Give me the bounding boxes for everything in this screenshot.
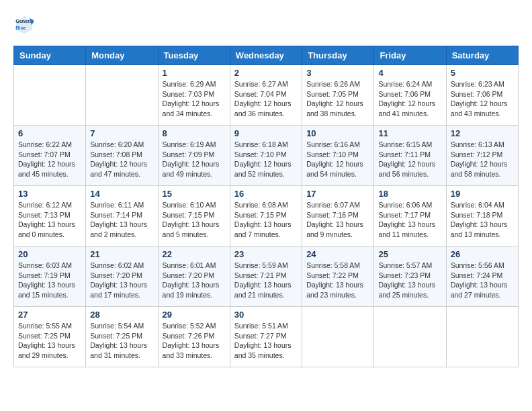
day-info: Sunrise: 5:54 AM Sunset: 7:25 PM Dayligh… <box>90 321 153 361</box>
day-info: Sunrise: 5:56 AM Sunset: 7:24 PM Dayligh… <box>451 261 514 300</box>
day-info: Sunrise: 6:22 AM Sunset: 7:07 PM Dayligh… <box>18 140 81 179</box>
day-cell: 23Sunrise: 5:59 AM Sunset: 7:21 PM Dayli… <box>230 246 302 307</box>
day-info: Sunrise: 6:12 AM Sunset: 7:13 PM Dayligh… <box>18 200 81 240</box>
day-cell: 17Sunrise: 6:07 AM Sunset: 7:16 PM Dayli… <box>302 186 374 246</box>
day-number: 8 <box>163 128 226 138</box>
week-row-5: 27Sunrise: 5:55 AM Sunset: 7:25 PM Dayli… <box>14 307 519 367</box>
weekday-header-friday: Friday <box>374 46 446 65</box>
weekday-header-sunday: Sunday <box>14 46 86 65</box>
day-cell: 10Sunrise: 6:16 AM Sunset: 7:10 PM Dayli… <box>302 126 374 186</box>
day-number: 15 <box>163 189 226 199</box>
day-cell: 24Sunrise: 5:58 AM Sunset: 7:22 PM Dayli… <box>302 246 374 307</box>
day-info: Sunrise: 6:01 AM Sunset: 7:20 PM Dayligh… <box>163 261 226 300</box>
day-number: 28 <box>90 310 153 320</box>
day-number: 11 <box>378 128 441 138</box>
day-number: 29 <box>163 310 226 320</box>
day-number: 20 <box>18 249 81 259</box>
day-cell <box>374 307 446 367</box>
day-number: 24 <box>306 249 369 259</box>
day-info: Sunrise: 6:26 AM Sunset: 7:05 PM Dayligh… <box>306 79 369 119</box>
day-cell: 26Sunrise: 5:56 AM Sunset: 7:24 PM Dayli… <box>446 246 518 307</box>
day-cell <box>86 65 158 126</box>
day-cell: 28Sunrise: 5:54 AM Sunset: 7:25 PM Dayli… <box>86 307 158 367</box>
day-info: Sunrise: 6:10 AM Sunset: 7:15 PM Dayligh… <box>163 200 226 240</box>
weekday-header-tuesday: Tuesday <box>158 46 230 65</box>
weekday-header-wednesday: Wednesday <box>230 46 302 65</box>
day-number: 19 <box>451 189 514 199</box>
day-cell <box>446 307 518 367</box>
day-cell: 27Sunrise: 5:55 AM Sunset: 7:25 PM Dayli… <box>14 307 86 367</box>
week-row-1: 1Sunrise: 6:29 AM Sunset: 7:03 PM Daylig… <box>14 65 519 126</box>
calendar-table: SundayMondayTuesdayWednesdayThursdayFrid… <box>13 46 519 367</box>
day-cell: 13Sunrise: 6:12 AM Sunset: 7:13 PM Dayli… <box>14 186 86 246</box>
day-info: Sunrise: 6:29 AM Sunset: 7:03 PM Dayligh… <box>163 79 226 119</box>
day-cell: 21Sunrise: 6:02 AM Sunset: 7:20 PM Dayli… <box>86 246 158 307</box>
day-cell: 22Sunrise: 6:01 AM Sunset: 7:20 PM Dayli… <box>158 246 230 307</box>
day-number: 7 <box>90 128 153 138</box>
day-cell: 14Sunrise: 6:11 AM Sunset: 7:14 PM Dayli… <box>86 186 158 246</box>
day-number: 27 <box>18 310 81 320</box>
day-info: Sunrise: 5:51 AM Sunset: 7:27 PM Dayligh… <box>234 321 298 361</box>
day-info: Sunrise: 6:24 AM Sunset: 7:06 PM Dayligh… <box>378 79 441 119</box>
day-number: 21 <box>90 249 153 259</box>
day-number: 30 <box>234 310 298 320</box>
week-row-3: 13Sunrise: 6:12 AM Sunset: 7:13 PM Dayli… <box>14 186 519 246</box>
day-cell: 15Sunrise: 6:10 AM Sunset: 7:15 PM Dayli… <box>158 186 230 246</box>
day-cell: 25Sunrise: 5:57 AM Sunset: 7:23 PM Dayli… <box>374 246 446 307</box>
day-cell: 1Sunrise: 6:29 AM Sunset: 7:03 PM Daylig… <box>158 65 230 126</box>
day-number: 23 <box>234 249 298 259</box>
day-cell: 16Sunrise: 6:08 AM Sunset: 7:15 PM Dayli… <box>230 186 302 246</box>
day-number: 5 <box>451 68 514 78</box>
day-cell: 29Sunrise: 5:52 AM Sunset: 7:26 PM Dayli… <box>158 307 230 367</box>
day-number: 6 <box>18 128 81 138</box>
day-cell: 30Sunrise: 5:51 AM Sunset: 7:27 PM Dayli… <box>230 307 302 367</box>
day-number: 13 <box>18 189 81 199</box>
day-info: Sunrise: 6:07 AM Sunset: 7:16 PM Dayligh… <box>306 200 369 240</box>
weekday-header-saturday: Saturday <box>446 46 518 65</box>
day-cell: 3Sunrise: 6:26 AM Sunset: 7:05 PM Daylig… <box>302 65 374 126</box>
day-number: 1 <box>163 68 226 78</box>
day-number: 26 <box>451 249 514 259</box>
day-cell: 9Sunrise: 6:18 AM Sunset: 7:10 PM Daylig… <box>230 126 302 186</box>
day-number: 12 <box>451 128 514 138</box>
day-info: Sunrise: 6:18 AM Sunset: 7:10 PM Dayligh… <box>234 140 298 179</box>
day-info: Sunrise: 6:06 AM Sunset: 7:17 PM Dayligh… <box>378 200 441 240</box>
day-info: Sunrise: 5:52 AM Sunset: 7:26 PM Dayligh… <box>163 321 226 361</box>
day-cell: 7Sunrise: 6:20 AM Sunset: 7:08 PM Daylig… <box>86 126 158 186</box>
day-number: 2 <box>234 68 298 78</box>
day-cell: 18Sunrise: 6:06 AM Sunset: 7:17 PM Dayli… <box>374 186 446 246</box>
day-number: 25 <box>378 249 441 259</box>
day-info: Sunrise: 6:02 AM Sunset: 7:20 PM Dayligh… <box>90 261 153 300</box>
day-cell: 5Sunrise: 6:23 AM Sunset: 7:06 PM Daylig… <box>446 65 518 126</box>
svg-text:Blue: Blue <box>15 25 26 31</box>
day-cell: 2Sunrise: 6:27 AM Sunset: 7:04 PM Daylig… <box>230 65 302 126</box>
day-number: 9 <box>234 128 298 138</box>
day-info: Sunrise: 6:20 AM Sunset: 7:08 PM Dayligh… <box>90 140 153 179</box>
day-info: Sunrise: 6:27 AM Sunset: 7:04 PM Dayligh… <box>234 79 298 119</box>
day-info: Sunrise: 6:11 AM Sunset: 7:14 PM Dayligh… <box>90 200 153 240</box>
day-number: 22 <box>163 249 226 259</box>
week-row-4: 20Sunrise: 6:03 AM Sunset: 7:19 PM Dayli… <box>14 246 519 307</box>
day-info: Sunrise: 6:23 AM Sunset: 7:06 PM Dayligh… <box>451 79 514 119</box>
day-cell: 19Sunrise: 6:04 AM Sunset: 7:18 PM Dayli… <box>446 186 518 246</box>
day-cell: 12Sunrise: 6:13 AM Sunset: 7:12 PM Dayli… <box>446 126 518 186</box>
day-number: 3 <box>306 68 369 78</box>
day-info: Sunrise: 5:57 AM Sunset: 7:23 PM Dayligh… <box>378 261 441 300</box>
day-info: Sunrise: 6:04 AM Sunset: 7:18 PM Dayligh… <box>451 200 514 240</box>
day-cell: 8Sunrise: 6:19 AM Sunset: 7:09 PM Daylig… <box>158 126 230 186</box>
day-info: Sunrise: 6:08 AM Sunset: 7:15 PM Dayligh… <box>234 200 298 240</box>
weekday-header-thursday: Thursday <box>302 46 374 65</box>
day-info: Sunrise: 6:13 AM Sunset: 7:12 PM Dayligh… <box>451 140 514 179</box>
day-info: Sunrise: 5:58 AM Sunset: 7:22 PM Dayligh… <box>306 261 369 300</box>
day-number: 4 <box>378 68 441 78</box>
day-cell: 6Sunrise: 6:22 AM Sunset: 7:07 PM Daylig… <box>14 126 86 186</box>
logo: General Blue <box>13 13 38 35</box>
day-number: 17 <box>306 189 369 199</box>
day-cell: 11Sunrise: 6:15 AM Sunset: 7:11 PM Dayli… <box>374 126 446 186</box>
day-info: Sunrise: 6:19 AM Sunset: 7:09 PM Dayligh… <box>163 140 226 179</box>
day-info: Sunrise: 6:03 AM Sunset: 7:19 PM Dayligh… <box>18 261 81 300</box>
week-row-2: 6Sunrise: 6:22 AM Sunset: 7:07 PM Daylig… <box>14 126 519 186</box>
day-cell <box>14 65 86 126</box>
day-number: 10 <box>306 128 369 138</box>
day-info: Sunrise: 5:59 AM Sunset: 7:21 PM Dayligh… <box>234 261 298 300</box>
